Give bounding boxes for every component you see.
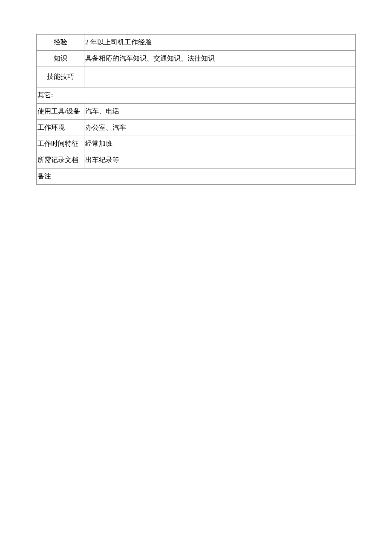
label-time-features: 工作时间特征 — [37, 136, 84, 152]
job-requirement-table: 经验 2 年以上司机工作经脸 知识 具备相応的汽车知识、交通知识、法律知识 技能… — [36, 34, 356, 185]
value-environment: 办公室、汽车 — [84, 120, 356, 136]
table-row: 技能技巧 — [37, 67, 356, 87]
label-tools: 使用工具/设备 — [37, 104, 84, 120]
table-row: 使用工具/设备 汽车、电话 — [37, 104, 356, 120]
table-row: 所需记录文档 出车纪录等 — [37, 152, 356, 169]
value-knowledge: 具备相応的汽车知识、交通知识、法律知识 — [84, 51, 356, 67]
label-experience: 经验 — [37, 35, 84, 51]
label-environment: 工作环境 — [37, 120, 84, 136]
value-records: 出车纪录等 — [84, 152, 356, 169]
table-row: 工作环境 办公室、汽车 — [37, 120, 356, 136]
label-other: 其它: — [37, 87, 356, 104]
value-skills — [84, 67, 356, 87]
label-skills: 技能技巧 — [37, 67, 84, 87]
table-row: 备注 — [37, 169, 356, 185]
value-tools: 汽车、电话 — [84, 104, 356, 120]
label-knowledge: 知识 — [37, 51, 84, 67]
label-records: 所需记录文档 — [37, 152, 84, 169]
label-remarks: 备注 — [37, 169, 356, 185]
value-experience: 2 年以上司机工作经脸 — [84, 35, 356, 51]
table-row: 知识 具备相応的汽车知识、交通知识、法律知识 — [37, 51, 356, 67]
value-time-features: 经常加班 — [84, 136, 356, 152]
table-row: 其它: — [37, 87, 356, 104]
table-row: 工作时间特征 经常加班 — [37, 136, 356, 152]
table-row: 经验 2 年以上司机工作经脸 — [37, 35, 356, 51]
